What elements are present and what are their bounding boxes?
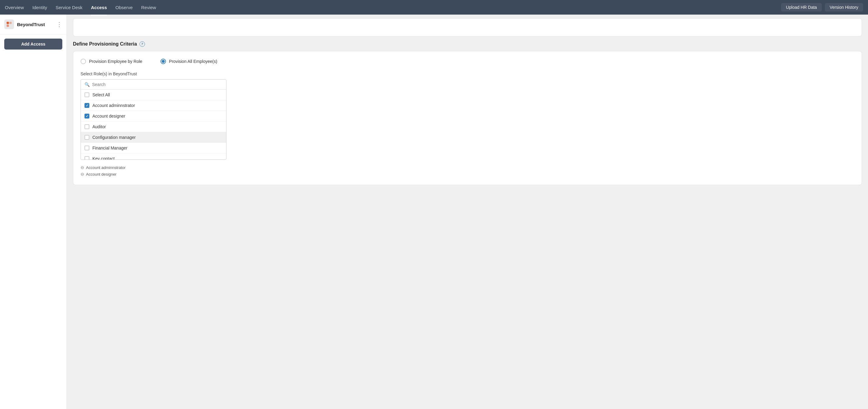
svg-rect-1 <box>7 25 9 27</box>
sidebar-header: BeyondTrust ⋮ <box>0 14 67 34</box>
sidebar-logo: BeyondTrust <box>4 20 45 29</box>
checkbox <box>85 146 89 150</box>
tag-remove-icon[interactable]: ⊖ <box>81 165 84 170</box>
tag-label: Account adminnstrator <box>86 165 126 170</box>
radio-by-role-label: Provision Employee by Role <box>89 59 142 64</box>
radio-all-employees-circle <box>160 59 166 64</box>
svg-rect-0 <box>7 22 9 24</box>
checkbox <box>85 135 89 140</box>
search-row: 🔍 <box>81 80 226 90</box>
provisioning-section: Define Provisioning Criteria ? Provision… <box>73 41 862 185</box>
section-title: Define Provisioning Criteria ? <box>73 41 862 47</box>
checkbox-label: Account designer <box>92 114 125 119</box>
checkbox <box>85 103 89 108</box>
radio-all-employees-label: Provision All Employee(s) <box>169 59 217 64</box>
checkbox <box>85 92 89 97</box>
add-access-button[interactable]: Add Access <box>4 39 62 50</box>
roles-dropdown: 🔍 Select AllAccount adminnstratorAccount… <box>81 79 226 160</box>
checkbox-item[interactable]: Financial Manager <box>81 143 226 153</box>
checkbox-label: Auditor <box>92 124 106 129</box>
nav-item-observe[interactable]: Observe <box>116 4 133 11</box>
nav-item-identity[interactable]: Identity <box>33 4 47 11</box>
tag-remove-icon[interactable]: ⊖ <box>81 172 84 177</box>
roles-label: Select Role(s) in BeyondTrust <box>81 71 854 76</box>
selected-tag: ⊖Account designer <box>81 171 854 178</box>
main-content: Define Provisioning Criteria ? Provision… <box>67 14 868 409</box>
radio-by-role[interactable]: Provision Employee by Role <box>81 59 142 64</box>
checkbox <box>85 114 89 119</box>
sidebar-more-button[interactable]: ⋮ <box>56 21 62 28</box>
checkbox-item[interactable]: Account adminnstrator <box>81 100 226 111</box>
selected-tag: ⊖Account adminnstrator <box>81 164 854 171</box>
checkbox-list: Select AllAccount adminnstratorAccount d… <box>81 90 226 160</box>
nav-actions: Upload HR Data Version History <box>781 3 863 11</box>
svg-rect-2 <box>9 22 11 24</box>
nav-item-service-desk[interactable]: Service Desk <box>56 4 82 11</box>
checkbox-label: Select All <box>92 92 110 97</box>
checkbox <box>85 124 89 129</box>
checkbox-label: Key contact <box>92 156 115 160</box>
upload-hr-data-button[interactable]: Upload HR Data <box>781 3 822 11</box>
selected-tags: ⊖Account adminnstrator⊖Account designer <box>81 164 854 178</box>
sidebar-content: Add Access <box>0 34 67 54</box>
radio-row: Provision Employee by Role Provision All… <box>81 59 854 64</box>
radio-all-employees[interactable]: Provision All Employee(s) <box>160 59 217 64</box>
search-input[interactable] <box>92 82 222 87</box>
top-navigation: OverviewIdentityService DeskAccessObserv… <box>0 0 868 14</box>
checkbox-label: Account adminnstrator <box>92 103 135 108</box>
radio-by-role-circle <box>81 59 86 64</box>
search-icon: 🔍 <box>85 82 90 87</box>
checkbox-item[interactable]: Auditor <box>81 122 226 132</box>
app-layout: BeyondTrust ⋮ Add Access Define Provisio… <box>0 0 868 409</box>
checkbox <box>85 156 89 160</box>
brand-logo-icon <box>4 20 14 29</box>
nav-item-overview[interactable]: Overview <box>5 4 24 11</box>
version-history-button[interactable]: Version History <box>825 3 863 11</box>
checkbox-item[interactable]: Configuration manager <box>81 132 226 143</box>
checkbox-label: Configuration manager <box>92 135 135 140</box>
nav-item-review[interactable]: Review <box>141 4 156 11</box>
provision-card: Provision Employee by Role Provision All… <box>73 51 862 185</box>
nav-items: OverviewIdentityService DeskAccessObserv… <box>5 4 781 11</box>
top-card <box>73 18 862 36</box>
checkbox-item[interactable]: Account designer <box>81 111 226 122</box>
sidebar: BeyondTrust ⋮ Add Access <box>0 14 67 409</box>
brand-name: BeyondTrust <box>17 22 45 27</box>
checkbox-label: Financial Manager <box>92 146 127 150</box>
nav-item-access[interactable]: Access <box>91 4 107 11</box>
checkbox-item[interactable]: Key contact <box>81 153 226 160</box>
checkbox-item[interactable]: Select All <box>81 90 226 100</box>
tag-label: Account designer <box>86 172 116 177</box>
help-icon[interactable]: ? <box>140 41 145 47</box>
